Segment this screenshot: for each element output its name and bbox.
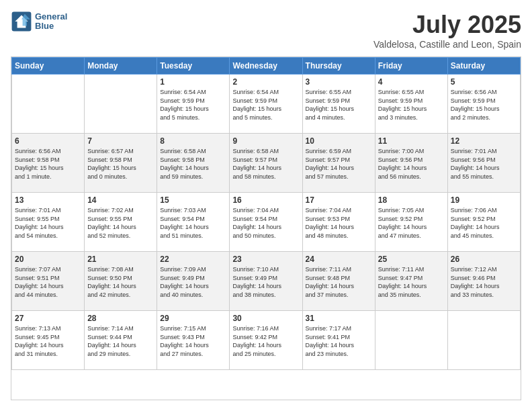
day-info: Sunrise: 7:08 AM Sunset: 9:50 PM Dayligh… — [87, 265, 154, 299]
day-info: Sunrise: 7:04 AM Sunset: 9:53 PM Dayligh… — [306, 206, 372, 240]
calendar-table: SundayMondayTuesdayWednesdayThursdayFrid… — [11, 57, 521, 370]
logo-icon — [11, 11, 32, 32]
day-info: Sunrise: 7:02 AM Sunset: 9:55 PM Dayligh… — [87, 206, 154, 240]
calendar-cell: 28Sunrise: 7:14 AM Sunset: 9:44 PM Dayli… — [85, 311, 157, 370]
day-number: 31 — [306, 314, 372, 323]
day-number: 24 — [306, 255, 372, 264]
weekday-header: Friday — [375, 58, 447, 75]
calendar-week-row: 1Sunrise: 6:54 AM Sunset: 9:59 PM Daylig… — [12, 75, 521, 134]
day-info: Sunrise: 7:11 AM Sunset: 9:48 PM Dayligh… — [306, 265, 372, 299]
day-info: Sunrise: 7:05 AM Sunset: 9:52 PM Dayligh… — [378, 206, 445, 240]
day-info: Sunrise: 7:06 AM Sunset: 9:52 PM Dayligh… — [451, 206, 517, 240]
calendar-cell: 15Sunrise: 7:03 AM Sunset: 9:54 PM Dayli… — [157, 193, 230, 252]
day-number: 21 — [87, 255, 154, 264]
weekday-header: Saturday — [447, 58, 520, 75]
day-info: Sunrise: 7:12 AM Sunset: 9:46 PM Dayligh… — [451, 265, 517, 299]
calendar-cell: 14Sunrise: 7:02 AM Sunset: 9:55 PM Dayli… — [85, 193, 157, 252]
calendar-cell: 25Sunrise: 7:11 AM Sunset: 9:47 PM Dayli… — [375, 252, 447, 311]
day-info: Sunrise: 6:59 AM Sunset: 9:57 PM Dayligh… — [306, 147, 372, 181]
day-info: Sunrise: 7:03 AM Sunset: 9:54 PM Dayligh… — [160, 206, 226, 240]
day-number: 10 — [306, 136, 372, 146]
day-number: 14 — [87, 195, 154, 205]
calendar-cell: 18Sunrise: 7:05 AM Sunset: 9:52 PM Dayli… — [375, 193, 447, 252]
day-number: 27 — [15, 314, 81, 323]
day-info: Sunrise: 7:13 AM Sunset: 9:45 PM Dayligh… — [15, 324, 81, 358]
day-number: 17 — [306, 195, 372, 205]
calendar-cell: 26Sunrise: 7:12 AM Sunset: 9:46 PM Dayli… — [447, 252, 520, 311]
day-number: 1 — [160, 77, 226, 87]
calendar-cell: 27Sunrise: 7:13 AM Sunset: 9:45 PM Dayli… — [12, 311, 85, 370]
day-info: Sunrise: 6:55 AM Sunset: 9:59 PM Dayligh… — [378, 88, 445, 122]
day-number: 9 — [232, 136, 299, 146]
title-block: July 2025 Valdelosa, Castille and Leon, … — [373, 11, 521, 50]
day-info: Sunrise: 7:16 AM Sunset: 9:42 PM Dayligh… — [232, 324, 299, 358]
calendar-week-row: 20Sunrise: 7:07 AM Sunset: 9:51 PM Dayli… — [12, 252, 521, 311]
calendar-cell: 8Sunrise: 6:58 AM Sunset: 9:58 PM Daylig… — [157, 134, 230, 193]
day-info: Sunrise: 7:15 AM Sunset: 9:43 PM Dayligh… — [160, 324, 226, 358]
logo: General Blue — [11, 11, 67, 32]
calendar-cell: 4Sunrise: 6:55 AM Sunset: 9:59 PM Daylig… — [375, 75, 447, 134]
calendar-cell: 1Sunrise: 6:54 AM Sunset: 9:59 PM Daylig… — [157, 75, 230, 134]
calendar-week-row: 6Sunrise: 6:56 AM Sunset: 9:58 PM Daylig… — [12, 134, 521, 193]
logo-line1: General — [35, 12, 67, 21]
calendar-cell: 17Sunrise: 7:04 AM Sunset: 9:53 PM Dayli… — [302, 193, 375, 252]
page: General Blue July 2025 Valdelosa, Castil… — [0, 0, 532, 411]
day-number: 18 — [378, 195, 445, 205]
day-info: Sunrise: 6:58 AM Sunset: 9:58 PM Dayligh… — [160, 147, 226, 181]
weekday-header: Thursday — [302, 58, 375, 75]
calendar-cell: 20Sunrise: 7:07 AM Sunset: 9:51 PM Dayli… — [12, 252, 85, 311]
day-number: 4 — [378, 77, 445, 87]
calendar-cell: 19Sunrise: 7:06 AM Sunset: 9:52 PM Dayli… — [447, 193, 520, 252]
calendar-cell: 11Sunrise: 7:00 AM Sunset: 9:56 PM Dayli… — [375, 134, 447, 193]
day-info: Sunrise: 7:01 AM Sunset: 9:56 PM Dayligh… — [451, 147, 517, 181]
day-info: Sunrise: 7:01 AM Sunset: 9:55 PM Dayligh… — [15, 206, 81, 240]
calendar-cell: 24Sunrise: 7:11 AM Sunset: 9:48 PM Dayli… — [302, 252, 375, 311]
calendar-cell — [85, 75, 157, 134]
weekday-row: SundayMondayTuesdayWednesdayThursdayFrid… — [12, 58, 521, 75]
day-info: Sunrise: 7:11 AM Sunset: 9:47 PM Dayligh… — [378, 265, 445, 299]
day-info: Sunrise: 7:17 AM Sunset: 9:41 PM Dayligh… — [306, 324, 372, 358]
header: General Blue July 2025 Valdelosa, Castil… — [11, 11, 521, 50]
day-number: 19 — [451, 195, 517, 205]
day-number: 6 — [15, 136, 81, 146]
day-number: 20 — [15, 255, 81, 264]
main-title: July 2025 — [373, 11, 521, 39]
day-info: Sunrise: 7:10 AM Sunset: 9:49 PM Dayligh… — [232, 265, 299, 299]
calendar-week-row: 13Sunrise: 7:01 AM Sunset: 9:55 PM Dayli… — [12, 193, 521, 252]
day-number: 23 — [232, 255, 299, 264]
calendar-cell — [447, 311, 520, 370]
calendar-header: SundayMondayTuesdayWednesdayThursdayFrid… — [12, 58, 521, 75]
calendar-cell: 30Sunrise: 7:16 AM Sunset: 9:42 PM Dayli… — [230, 311, 302, 370]
calendar-cell: 12Sunrise: 7:01 AM Sunset: 9:56 PM Dayli… — [447, 134, 520, 193]
day-info: Sunrise: 7:14 AM Sunset: 9:44 PM Dayligh… — [87, 324, 154, 358]
day-number: 22 — [160, 255, 226, 264]
calendar-cell: 31Sunrise: 7:17 AM Sunset: 9:41 PM Dayli… — [302, 311, 375, 370]
calendar-cell: 3Sunrise: 6:55 AM Sunset: 9:59 PM Daylig… — [302, 75, 375, 134]
day-info: Sunrise: 6:56 AM Sunset: 9:59 PM Dayligh… — [451, 88, 517, 122]
calendar-cell: 10Sunrise: 6:59 AM Sunset: 9:57 PM Dayli… — [302, 134, 375, 193]
weekday-header: Tuesday — [157, 58, 230, 75]
day-number: 25 — [378, 255, 445, 264]
day-number: 5 — [451, 77, 517, 87]
day-number: 3 — [306, 77, 372, 87]
day-number: 2 — [232, 77, 299, 87]
calendar-week-row: 27Sunrise: 7:13 AM Sunset: 9:45 PM Dayli… — [12, 311, 521, 370]
weekday-header: Sunday — [12, 58, 85, 75]
weekday-header: Monday — [85, 58, 157, 75]
day-info: Sunrise: 7:00 AM Sunset: 9:56 PM Dayligh… — [378, 147, 445, 181]
day-info: Sunrise: 6:54 AM Sunset: 9:59 PM Dayligh… — [160, 88, 226, 122]
day-number: 7 — [87, 136, 154, 146]
day-number: 30 — [232, 314, 299, 323]
logo-text: General Blue — [35, 12, 67, 32]
day-number: 8 — [160, 136, 226, 146]
weekday-header: Wednesday — [230, 58, 302, 75]
day-info: Sunrise: 6:54 AM Sunset: 9:59 PM Dayligh… — [232, 88, 299, 122]
calendar-cell: 22Sunrise: 7:09 AM Sunset: 9:49 PM Dayli… — [157, 252, 230, 311]
calendar-cell: 16Sunrise: 7:04 AM Sunset: 9:54 PM Dayli… — [230, 193, 302, 252]
calendar-cell: 29Sunrise: 7:15 AM Sunset: 9:43 PM Dayli… — [157, 311, 230, 370]
day-number: 28 — [87, 314, 154, 323]
calendar-cell: 13Sunrise: 7:01 AM Sunset: 9:55 PM Dayli… — [12, 193, 85, 252]
day-info: Sunrise: 6:56 AM Sunset: 9:58 PM Dayligh… — [15, 147, 81, 181]
calendar-body: 1Sunrise: 6:54 AM Sunset: 9:59 PM Daylig… — [12, 75, 521, 370]
day-number: 11 — [378, 136, 445, 146]
